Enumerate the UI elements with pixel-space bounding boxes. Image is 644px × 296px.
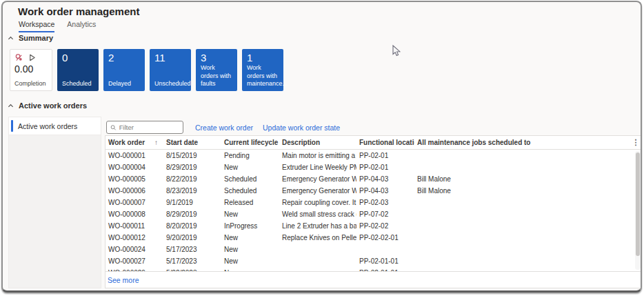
active-work-orders-heading: Active work orders (19, 101, 87, 110)
table-row[interactable]: WO-0000088/29/2019NewWeld small stress c… (105, 208, 642, 220)
work-order-cell: WO-000007 (105, 199, 163, 206)
summary-tile-scheduled[interactable]: 0Scheduled (57, 49, 99, 91)
functional-location-cell: PP-07-02 (356, 210, 414, 218)
work-order-cell: WO-000008 (105, 210, 163, 218)
column-header-functional-location[interactable]: Functional location (356, 139, 414, 146)
active-section-header[interactable]: Active work orders (8, 101, 87, 110)
page-title: Work order management (18, 6, 139, 17)
column-header-maintenance-jobs[interactable]: All maintenance jobs scheduled to (414, 139, 630, 146)
work-order-cell: WO-000012 (105, 234, 163, 241)
completion-gauge-icon (14, 53, 23, 62)
workspace-window: Work order management Workspace Analytic… (1, 1, 642, 293)
column-header-lifecycle-state[interactable]: Current lifecycle state (221, 139, 279, 146)
scrollbar-thumb[interactable] (636, 152, 640, 256)
start-date-cell: 8/15/2019 (163, 152, 221, 159)
filter-input[interactable] (119, 124, 179, 131)
table-row[interactable]: WO-0000129/20/2019NewReplace Knives on P… (105, 232, 642, 244)
update-work-order-state-link[interactable]: Update work order state (263, 124, 340, 132)
description-cell: Weld small stress crack on Wate... (279, 210, 356, 218)
tile-count: 1 (247, 52, 279, 63)
filter-field[interactable] (106, 121, 183, 134)
completion-kpi-tile[interactable]: 0.00 Completion (10, 49, 52, 91)
column-header-work-order[interactable]: Work order ↑ (105, 139, 163, 146)
tab-bar: Workspace Analytics (19, 20, 96, 32)
summary-tile-work-orders-with-faults[interactable]: 3Work orders with faults (196, 49, 237, 91)
functional-location-cell: PP-02-01 (356, 164, 414, 171)
lifecycle-state-cell: New (221, 257, 279, 265)
description-cell: Repair coupling cover. It has a d... (279, 199, 356, 206)
work-order-cell: WO-000006 (105, 187, 163, 195)
functional-location-cell: PP-02-02 (356, 222, 414, 230)
search-icon (110, 124, 117, 131)
tab-analytics[interactable]: Analytics (67, 20, 96, 32)
tile-label: Delayed (108, 80, 140, 88)
play-icon[interactable] (28, 54, 36, 61)
start-date-cell: 8/29/2019 (163, 164, 221, 171)
tile-label: Work orders with faults (201, 64, 232, 88)
functional-location-cell: PP-02-03 (356, 199, 414, 206)
sidebar-item-active-work-orders[interactable]: Active work orders (9, 117, 101, 135)
work-order-cell: WO-000005 (105, 175, 163, 183)
tile-count: 11 (154, 52, 186, 63)
table-row[interactable]: WO-0000058/22/2019ScheduledEmergency Gen… (105, 173, 642, 185)
grid-vertical-scrollbar[interactable] (635, 151, 641, 270)
functional-location-cell: PP-04-03 (356, 187, 414, 195)
collapse-caret-icon (8, 103, 14, 109)
start-date-cell: 8/20/2019 (163, 222, 221, 230)
scheduled-to-cell: Bill Malone (414, 187, 642, 195)
tile-count: 0 (62, 52, 94, 63)
sort-ascending-icon: ↑ (154, 139, 158, 146)
table-row[interactable]: WO-0000275/17/2023NewPP-02-01-01 (105, 255, 642, 267)
table-row[interactable]: WO-0000118/20/2019InProgressLine 2 Extru… (105, 220, 642, 232)
work-order-cell: WO-000027 (105, 257, 163, 265)
see-more-link[interactable]: See more (108, 276, 139, 284)
work-order-cell: WO-000001 (105, 152, 163, 159)
grid-overflow-menu-icon[interactable]: ⋮ (630, 138, 642, 147)
table-row[interactable]: WO-0000048/29/2019NewExtruder Line Weekl… (105, 161, 642, 173)
summary-section-header[interactable]: Summary (8, 34, 53, 42)
start-date-cell: 8/29/2019 (163, 210, 221, 218)
start-date-cell: 5/17/2023 (163, 257, 221, 265)
scheduled-to-cell: Bill Malone (414, 175, 642, 183)
summary-tiles: 0.00 Completion 0Scheduled2Delayed11Unsc… (10, 49, 283, 91)
collapse-caret-icon (8, 35, 14, 41)
work-order-cell: WO-000011 (105, 222, 163, 230)
lifecycle-state-cell: Pending (221, 152, 279, 159)
column-header-start-date[interactable]: Start date (163, 139, 221, 146)
tile-count: 3 (201, 52, 232, 63)
description-cell: Emergency Generator Weekly PM (279, 175, 356, 183)
work-order-cell: WO-000004 (105, 164, 163, 171)
functional-location-cell: PP-02-02-01 (356, 234, 414, 241)
summary-tile-delayed[interactable]: 2Delayed (103, 49, 145, 91)
lifecycle-state-cell: New (221, 210, 279, 218)
column-header-description[interactable]: Description (279, 139, 356, 146)
sidebar-item-label: Active work orders (18, 122, 77, 130)
functional-location-cell: PP-02-01 (356, 152, 414, 159)
lifecycle-state-cell: Scheduled (221, 187, 279, 195)
table-row[interactable]: WO-0000068/23/2019ScheduledEmergency Gen… (105, 185, 642, 197)
lifecycle-state-cell: Scheduled (221, 175, 279, 183)
table-row[interactable]: WO-0000245/17/2023New (105, 244, 642, 255)
grid-header-row: Work order ↑ Start date Current lifecycl… (105, 136, 642, 150)
create-work-order-link[interactable]: Create work order (195, 124, 253, 132)
tile-count: 2 (108, 52, 140, 63)
functional-location-cell: PP-02-01-01 (356, 257, 414, 265)
work-order-cell: WO-000024 (105, 246, 163, 253)
lifecycle-state-cell: New (221, 164, 279, 171)
description-cell: Main motor is emitting a high pi... (279, 152, 356, 159)
table-row[interactable]: WO-0000018/15/2019PendingMain motor is e… (105, 150, 642, 161)
summary-tile-unscheduled[interactable]: 11Unscheduled (150, 49, 191, 91)
active-work-orders-sidebar: Active work orders (8, 117, 101, 288)
start-date-cell: 8/23/2019 (163, 187, 221, 195)
start-date-cell: 9/1/2019 (163, 199, 221, 206)
summary-tile-work-orders-with-maintenance[interactable]: 1Work orders with maintenance... (242, 49, 283, 91)
grid-body: WO-0000018/15/2019PendingMain motor is e… (105, 150, 642, 279)
tab-workspace[interactable]: Workspace (19, 20, 54, 32)
lifecycle-state-cell: New (221, 234, 279, 241)
table-row[interactable]: WO-0000079/1/2019ReleasedRepair coupling… (105, 197, 642, 208)
start-date-cell: 5/17/2023 (163, 246, 221, 253)
functional-location-cell: PP-04-03 (356, 175, 414, 183)
description-cell: Extruder Line Weekly PM (279, 164, 356, 171)
completion-value: 0.00 (14, 63, 48, 75)
tile-label: Unscheduled (154, 80, 186, 88)
